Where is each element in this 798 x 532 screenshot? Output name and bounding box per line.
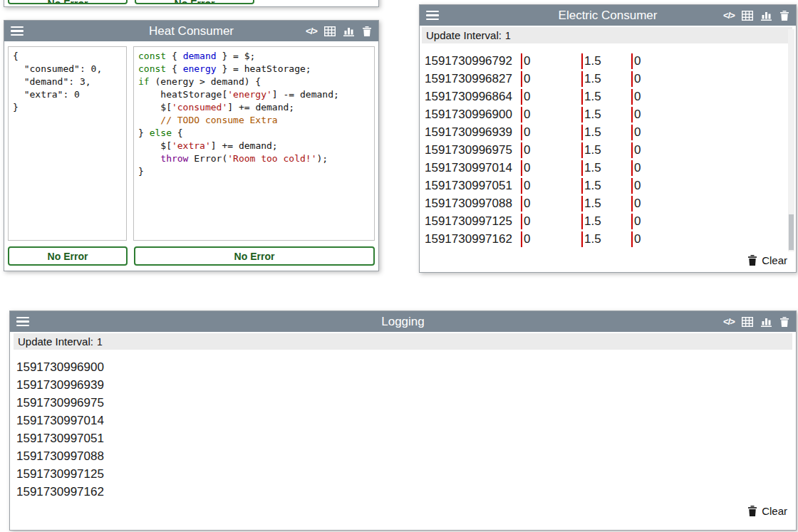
logging-header: Logging </> — [10, 311, 796, 332]
table-cell: 0 — [631, 53, 783, 69]
table-row: 159173099712501.50 — [425, 212, 783, 230]
table-row: 159173099697501.50 — [425, 141, 783, 159]
table-cell: 1.5 — [581, 160, 631, 176]
clear-label: Clear — [762, 505, 787, 517]
table-row: 159173099682701.50 — [425, 70, 783, 88]
trash-icon[interactable] — [779, 10, 790, 21]
update-interval-row: Update Interval: 1 — [14, 333, 792, 350]
code-editor[interactable]: const { demand } = $;const { energy } = … — [133, 46, 375, 241]
code-line: const { energy } = heatStorage; — [138, 63, 370, 75]
status-button[interactable]: No Error — [8, 0, 128, 4]
table-cell: 0 — [631, 178, 783, 194]
panel-logging: Logging </> Update Interval: 1 159173099… — [9, 311, 797, 531]
table-cell: 0 — [631, 125, 783, 140]
table-cell: 1.5 — [581, 231, 631, 247]
log-entry: 1591730996939 — [16, 376, 783, 394]
table-cell: 0 — [631, 196, 783, 212]
editors-area: { "consumed": 0, "demand": 3, "extra": 0… — [8, 46, 375, 241]
menu-icon[interactable] — [16, 317, 29, 327]
table-cell: 0 — [521, 71, 581, 87]
table-cell: 0 — [631, 107, 783, 122]
table-cell: 1.5 — [581, 53, 631, 69]
code-line: // TODO consume Extra — [138, 114, 370, 127]
update-interval-row: Update Interval: 1 — [422, 27, 792, 43]
log-entry: 1591730997051 — [16, 429, 783, 447]
table-cell: 0 — [521, 142, 581, 158]
code-line: throw Error('Room too cold!'); — [138, 152, 370, 165]
clear-label: Clear — [762, 254, 787, 266]
status-button[interactable]: No Error — [8, 246, 128, 266]
table-row: 159173099679201.50 — [425, 52, 783, 70]
table-icon[interactable] — [742, 10, 753, 21]
table-cell: 1.5 — [581, 89, 631, 105]
table-cell: 1591730996939 — [425, 125, 521, 140]
code-line: heatStorage['energy'] -= demand; — [138, 88, 370, 101]
trash-icon[interactable] — [361, 26, 373, 37]
table-row: 159173099686401.50 — [425, 88, 783, 105]
log-entry: 1591730996900 — [16, 358, 783, 376]
trash-icon[interactable] — [779, 316, 790, 328]
update-interval-input[interactable]: 1 — [97, 336, 788, 348]
table-row: 159173099690001.50 — [425, 105, 783, 123]
log-entry: 1591730997125 — [16, 465, 783, 483]
header-icons: </> — [723, 311, 790, 332]
table-icon[interactable] — [324, 26, 336, 37]
table-cell: 0 — [521, 107, 581, 122]
header-icons: </> — [306, 21, 373, 41]
scrollbar-thumb[interactable] — [789, 214, 794, 250]
table-cell: 1591730997051 — [425, 178, 521, 194]
clear-button[interactable]: Clear — [747, 254, 787, 266]
table-cell: 0 — [631, 160, 783, 176]
log-entry: 1591730997088 — [16, 447, 783, 465]
update-interval-label: Update Interval: — [426, 29, 502, 41]
code-icon[interactable]: </> — [723, 316, 735, 328]
menu-icon[interactable] — [11, 26, 24, 36]
table-cell: 0 — [521, 53, 581, 69]
code-icon[interactable]: </> — [306, 26, 317, 37]
update-interval-input[interactable]: 1 — [505, 30, 788, 41]
table-cell: 0 — [631, 89, 783, 105]
menu-icon[interactable] — [426, 11, 439, 21]
table-cell: 1591730997014 — [425, 160, 521, 176]
table-row: 159173099708801.50 — [425, 194, 783, 212]
header-icons: </> — [723, 5, 790, 26]
table-cell: 1.5 — [581, 125, 631, 140]
code-line: const { demand } = $; — [138, 50, 370, 63]
log-list: 1591730996900159173099693915917309969751… — [16, 358, 783, 501]
chart-icon[interactable] — [760, 10, 772, 21]
table-cell: 0 — [631, 231, 783, 247]
clear-button[interactable]: Clear — [747, 505, 787, 517]
table-cell: 0 — [521, 125, 581, 140]
code-line: if (energy > demand) { — [138, 75, 370, 88]
trash-icon — [747, 506, 758, 517]
heat-consumer-header: Heat Consumer </> — [4, 21, 378, 41]
chart-icon[interactable] — [760, 316, 772, 328]
log-entry: 1591730997014 — [16, 412, 783, 429]
scrollbar[interactable] — [788, 29, 794, 251]
table-cell: 0 — [521, 196, 581, 212]
table-cell: 1591730997125 — [425, 214, 521, 229]
table-cell: 0 — [521, 178, 581, 194]
table-cell: 1.5 — [581, 178, 631, 194]
table-cell: 0 — [631, 71, 783, 87]
code-icon[interactable]: </> — [723, 10, 735, 21]
status-row: No Error No Error — [8, 246, 375, 266]
code-line: } — [138, 165, 370, 178]
table-icon[interactable] — [742, 316, 753, 328]
table-cell: 0 — [631, 214, 783, 229]
table-cell: 1.5 — [581, 71, 631, 87]
status-button[interactable]: No Error — [134, 246, 375, 266]
table-cell: 0 — [521, 89, 581, 105]
status-button[interactable]: No Error — [135, 0, 254, 4]
table-cell: 1591730996792 — [425, 53, 521, 69]
state-json-editor[interactable]: { "consumed": 0, "demand": 3, "extra": 0… — [8, 46, 127, 241]
log-entry: 1591730996975 — [16, 394, 783, 412]
table-cell: 0 — [631, 142, 783, 158]
cutoff-status-row: No Error No Error — [8, 0, 254, 4]
chart-icon[interactable] — [343, 26, 354, 37]
table-cell: 1591730996975 — [425, 142, 521, 158]
table-row: 159173099693901.50 — [425, 123, 783, 141]
table-cell: 1591730997162 — [425, 231, 521, 247]
table-cell: 1591730997088 — [425, 196, 521, 212]
table-cell: 1.5 — [581, 107, 631, 122]
